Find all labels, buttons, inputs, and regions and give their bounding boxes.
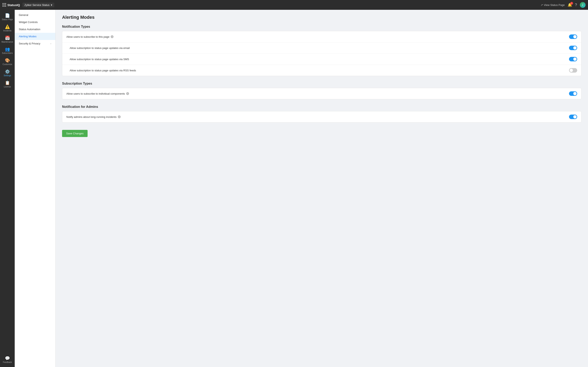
feedback-icon: 💬: [5, 356, 10, 360]
nav-item-license[interactable]: 📋 License: [0, 79, 15, 90]
subscribe-rss-row: Allow subscription to status page update…: [62, 65, 581, 76]
nav-item-status-page[interactable]: 📄 Status Page: [0, 11, 15, 23]
subscribe-components-row: Allow users to subscribe to individual c…: [62, 88, 581, 99]
toggle-subscribe-rss[interactable]: [569, 68, 577, 73]
dropdown-arrow-icon: ▾: [51, 3, 52, 7]
notification-admins-card: Notify admins about long-running inciden…: [62, 111, 581, 123]
notification-types-card: Allow users to subscribe to this page i …: [62, 31, 581, 76]
settings-sidebar: General Widget Controls Status Automatio…: [15, 10, 56, 367]
toggle-notify-admins[interactable]: [569, 115, 577, 119]
license-icon: 📋: [5, 81, 10, 85]
settings-item-security-privacy[interactable]: Security & Privacy ›: [15, 40, 55, 47]
bell-badge: 1: [570, 2, 573, 5]
nav-item-feedback[interactable]: 💬 Feedback: [0, 354, 15, 365]
subscribe-sms-row: Allow subscription to status page update…: [62, 54, 581, 65]
notifications-bell[interactable]: 🔔 1: [568, 3, 572, 7]
subscription-types-section: Subscription Types Allow users to subscr…: [62, 82, 581, 99]
subscribe-email-row: Allow subscription to status page update…: [62, 42, 581, 54]
subscribers-icon: 👥: [5, 47, 10, 51]
toggle-subscribe-email[interactable]: [569, 46, 577, 50]
settings-item-general[interactable]: General: [15, 11, 55, 18]
content-area: Alerting Modes Notification Types Allow …: [56, 10, 588, 367]
nav-item-subscribers[interactable]: 👥 Subscribers: [0, 45, 15, 56]
nav-item-settings[interactable]: ⚙️ Settings: [0, 67, 15, 79]
nav-item-incidents[interactable]: ⚠️ Incidents: [0, 23, 15, 34]
subscription-types-card: Allow users to subscribe to individual c…: [62, 88, 581, 99]
view-status-link[interactable]: ↗ View Status Page: [541, 3, 565, 7]
customize-icon: 🎨: [5, 58, 10, 62]
info-icon-subscribe-components: i: [126, 92, 129, 95]
incidents-icon: ⚠️: [5, 25, 10, 29]
save-changes-button[interactable]: Save Changes: [62, 130, 87, 137]
subscribe-page-row: Allow users to subscribe to this page i: [62, 31, 581, 42]
settings-item-alerting-modes[interactable]: Alerting Modes: [15, 33, 55, 40]
notification-types-title: Notification Types: [62, 25, 581, 29]
left-nav: 📄 Status Page ⚠️ Incidents 📅 Maintenance…: [0, 10, 15, 367]
notification-admins-title: Notification for Admins: [62, 105, 581, 109]
status-page-icon: 📄: [5, 13, 10, 17]
nav-item-maintenance[interactable]: 📅 Maintenance: [0, 34, 15, 45]
notify-admins-row: Notify admins about long-running inciden…: [62, 111, 581, 122]
chevron-right-icon: ›: [51, 42, 51, 45]
settings-item-status-automation[interactable]: Status Automation: [15, 26, 55, 33]
subscription-types-title: Subscription Types: [62, 82, 581, 85]
help-icon[interactable]: ?: [575, 3, 577, 7]
settings-item-widget-controls[interactable]: Widget Controls: [15, 18, 55, 26]
site-selector[interactable]: Zylker Service Status ▾: [22, 3, 54, 7]
app-name: StatusIQ: [7, 3, 20, 7]
topbar-right: ↗ View Status Page 🔔 1 ? Z: [541, 2, 586, 8]
external-link-icon: ↗: [541, 3, 543, 7]
grid-icon: [2, 3, 7, 7]
main-layout: 📄 Status Page ⚠️ Incidents 📅 Maintenance…: [0, 10, 588, 367]
toggle-subscribe-page[interactable]: [569, 34, 577, 39]
avatar[interactable]: Z: [580, 2, 586, 8]
notification-admins-section: Notification for Admins Notify admins ab…: [62, 105, 581, 123]
notification-types-section: Notification Types Allow users to subscr…: [62, 25, 581, 76]
settings-icon: ⚙️: [5, 69, 10, 74]
toggle-subscribe-components[interactable]: [569, 91, 577, 96]
page-title: Alerting Modes: [62, 15, 581, 20]
toggle-subscribe-sms[interactable]: [569, 57, 577, 61]
info-icon-notify-admins: i: [118, 115, 121, 118]
maintenance-icon: 📅: [5, 36, 10, 40]
topbar: StatusIQ Zylker Service Status ▾ ↗ View …: [0, 0, 588, 10]
info-icon-subscribe-page: i: [111, 35, 113, 38]
nav-item-customize[interactable]: 🎨 Customize: [0, 56, 15, 67]
